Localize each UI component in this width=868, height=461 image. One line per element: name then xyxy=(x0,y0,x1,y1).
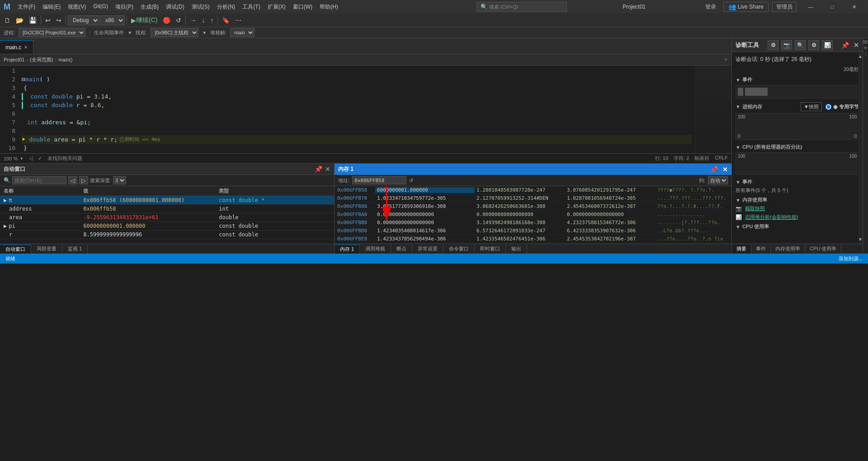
stack-dropdown[interactable]: main xyxy=(230,28,255,37)
undo-btn[interactable]: ↩ xyxy=(43,15,53,26)
save-btn[interactable]: 💾 xyxy=(27,15,39,26)
auto-window-pin-icon[interactable]: 📌 xyxy=(315,165,322,173)
heap-analysis-link[interactable]: 启用堆分析(会影响性能) xyxy=(745,214,798,220)
tab-breakpoints[interactable]: 断点 xyxy=(391,245,412,253)
minimize-button[interactable]: — xyxy=(800,0,821,14)
tab-cpu-usage[interactable]: CPU 使用率 xyxy=(805,245,841,253)
tab-close-icon[interactable]: ✕ xyxy=(24,45,28,50)
login-button[interactable]: 登录 xyxy=(702,2,720,12)
scroll-down-icon[interactable]: ▼ xyxy=(858,237,863,242)
table-row[interactable]: address 0x006ffb58 int xyxy=(0,205,334,213)
tab-exceptions[interactable]: 异常设置 xyxy=(412,245,443,253)
capture-snapshot-link[interactable]: 截取快照 xyxy=(745,206,765,211)
process-dropdown[interactable]: [0x2CBC] Project01.exe xyxy=(19,28,85,37)
tab-output[interactable]: 输出 xyxy=(506,245,527,253)
menu-window[interactable]: 窗口(W) xyxy=(289,2,316,12)
menu-debug[interactable]: 调试(D) xyxy=(162,2,188,12)
diag-chart-btn[interactable]: 📊 xyxy=(822,40,833,50)
tab-summary[interactable]: 摘要 xyxy=(732,245,751,253)
menu-extensions[interactable]: 扩展(X) xyxy=(264,2,289,12)
snapshot-btn[interactable]: ▼快照 xyxy=(801,102,822,111)
expand-icon[interactable]: ▶ xyxy=(4,197,7,203)
code-content[interactable]: ⊟main( ) { const double pi = 3.14, const… xyxy=(18,66,695,153)
maximize-button[interactable]: □ xyxy=(822,0,843,14)
menu-project[interactable]: 项目(P) xyxy=(112,2,137,12)
continue-btn[interactable]: ▶ 继续(C) xyxy=(129,15,160,26)
search-bar[interactable]: 🔍 搜索 (Ctrl+Q) xyxy=(476,2,567,12)
zoom-level[interactable]: 100 % ▼ xyxy=(4,156,24,161)
diag-settings-btn[interactable]: ⚙ xyxy=(768,40,778,50)
all-events-text[interactable]: 所有事件(5 个，共 5 个) xyxy=(736,187,859,194)
tab-memory1[interactable]: 内存 1 xyxy=(335,245,360,254)
menu-help[interactable]: 帮助(H) xyxy=(316,2,342,12)
debug-config-dropdown[interactable]: Debug xyxy=(68,15,99,25)
tab-watch1[interactable]: 监视 1 xyxy=(62,245,88,253)
new-project-btn[interactable]: 🗋 xyxy=(2,15,13,26)
tab-events[interactable]: 事件 xyxy=(751,245,771,253)
menu-file[interactable]: 文件(F) xyxy=(14,2,39,12)
right-icon-2[interactable]: ≡ xyxy=(863,47,868,49)
add-to-source[interactable]: 添加到源... xyxy=(839,255,863,262)
refresh-memory-icon[interactable]: ↺ xyxy=(409,178,413,183)
right-icon-1[interactable]: ||| xyxy=(863,40,868,44)
restart-btn[interactable]: ↺ xyxy=(174,15,184,26)
thread-dropdown[interactable]: [0x9BC] 主线程 xyxy=(151,28,198,37)
platform-dropdown[interactable]: x86 xyxy=(100,15,125,25)
table-row[interactable]: ▶π 0x006ffb58 (60000000001.000000) const… xyxy=(0,196,334,205)
diag-search-btn[interactable]: 🔍 xyxy=(795,40,806,50)
step-into-btn[interactable]: ↓ xyxy=(199,15,207,26)
diag-camera-btn[interactable]: 📷 xyxy=(781,40,792,50)
memory-pin-icon[interactable]: 📌 xyxy=(710,166,718,173)
add-item-button[interactable]: + xyxy=(724,56,728,64)
menu-analyze[interactable]: 分析(N) xyxy=(213,2,239,12)
table-row[interactable]: r 8.5999999999999996 const double xyxy=(0,230,334,239)
expand-icon[interactable]: ▶ xyxy=(4,223,7,229)
menu-build[interactable]: 生成(B) xyxy=(137,2,162,12)
auto-window-table[interactable]: 名称 值 类型 ▶π 0x006ffb58 (60000000001.00000… xyxy=(0,186,334,244)
memory-content[interactable]: 0x006FFB58 6000000001.000000 1.208184850… xyxy=(335,186,731,244)
tab-callstack[interactable]: 调用堆栈 xyxy=(360,245,391,253)
private-bytes-option[interactable]: ◉ 专用字节 xyxy=(826,103,859,110)
more-btn[interactable]: ⋯ xyxy=(233,15,244,26)
address-input[interactable] xyxy=(352,176,406,184)
menu-edit[interactable]: 编辑(E) xyxy=(39,2,64,12)
bookmark-btn[interactable]: 🔖 xyxy=(220,15,232,26)
search-auto-input[interactable] xyxy=(12,176,66,184)
table-row[interactable]: area -9.2559631349317831e+61 double xyxy=(0,213,334,222)
col-select[interactable]: 自动 xyxy=(708,176,728,184)
search-fwd-btn[interactable]: ▷ xyxy=(79,176,88,184)
breadcrumb-project[interactable]: Project01 xyxy=(4,57,24,62)
diag-scrollbar[interactable]: ▲ ▼ xyxy=(858,52,863,244)
menu-git[interactable]: Git(G) xyxy=(90,2,112,12)
auto-window-close-icon[interactable]: ✕ xyxy=(325,165,330,173)
tab-memory-usage[interactable]: 内存使用率 xyxy=(771,245,805,253)
diag-filter-btn[interactable]: ⚙ xyxy=(808,40,819,50)
step-out-btn[interactable]: ↑ xyxy=(208,15,216,26)
memory-close-icon[interactable]: ✕ xyxy=(722,166,728,173)
table-row[interactable]: ▶pi 600000000001.000000 const double xyxy=(0,222,334,230)
open-btn[interactable]: 📂 xyxy=(14,15,26,26)
live-share-button[interactable]: 👥 Live Share xyxy=(723,2,769,12)
tab-locals[interactable]: 局部变量 xyxy=(31,245,62,253)
scroll-up-icon[interactable]: ▲ xyxy=(858,54,863,59)
search-depth-select[interactable]: 3 xyxy=(113,176,126,184)
stop-debug-btn[interactable]: 🔴 xyxy=(160,15,173,26)
tab-command[interactable]: 命令窗口 xyxy=(443,245,475,253)
tab-auto-window[interactable]: 自动窗口 xyxy=(0,245,31,254)
tab-main-c[interactable]: main.c ✕ xyxy=(0,40,33,54)
menu-tools[interactable]: 工具(T) xyxy=(239,2,264,12)
close-button[interactable]: ✕ xyxy=(844,0,864,14)
diag-close-icon[interactable]: ✕ xyxy=(854,42,859,49)
admin-button[interactable]: 管理员 xyxy=(772,2,797,12)
diag-pin-icon[interactable]: 📌 xyxy=(841,42,849,49)
redo-btn[interactable]: ↪ xyxy=(54,15,64,26)
tab-immediate[interactable]: 即时窗口 xyxy=(475,245,506,253)
right-icon-3[interactable]: ⋯ xyxy=(863,52,868,56)
breadcrumb-function[interactable]: main() xyxy=(58,57,72,62)
step-over-btn[interactable]: → xyxy=(188,15,198,26)
menu-view[interactable]: 视图(V) xyxy=(64,2,90,12)
menu-test[interactable]: 测试(S) xyxy=(188,2,213,12)
search-back-btn[interactable]: ◁ xyxy=(68,176,77,184)
scroll-left-icon[interactable]: ◁ xyxy=(29,155,33,161)
private-bytes-radio[interactable] xyxy=(826,104,831,110)
